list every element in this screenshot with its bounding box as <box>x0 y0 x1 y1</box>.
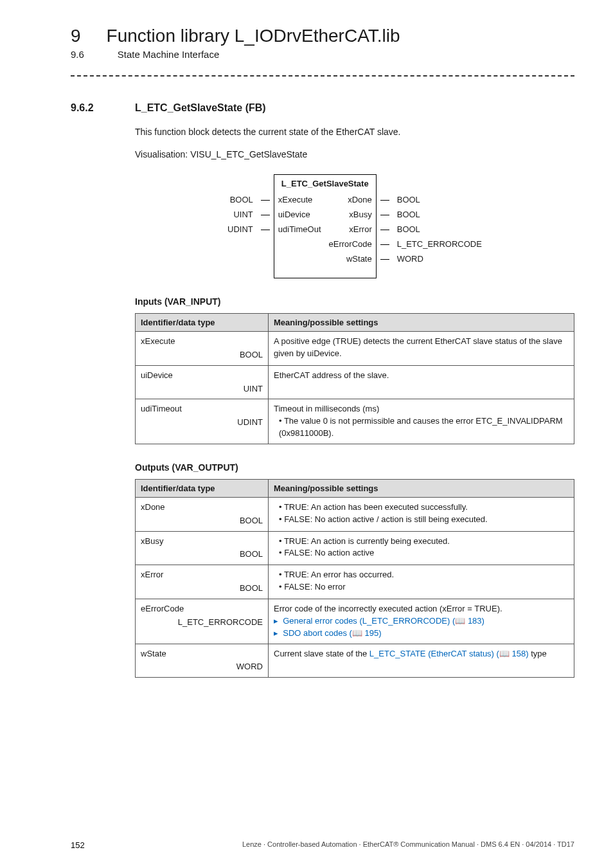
fb-out-type-4: WORD <box>393 251 486 266</box>
out-type-0: BOOL <box>141 515 263 527</box>
fb-out-type-1: BOOL <box>393 207 486 222</box>
book-icon: 158 <box>494 649 529 658</box>
table-row: wState WORD Current slave state of the L… <box>136 644 574 678</box>
fb-out-name-3: eErrorCode <box>325 237 377 251</box>
out-type-1: BOOL <box>141 548 263 561</box>
out-type-3: L_ETC_ERRORCODE <box>141 617 263 629</box>
in-mean-2: Timeout in milliseconds (ms) • The value… <box>269 399 574 444</box>
out-name-3: eErrorCode <box>141 603 263 615</box>
in-mean-1: EtherCAT address of the slave. <box>269 365 574 399</box>
out-type-4: WORD <box>141 661 263 673</box>
in-name-2: udiTimeout <box>141 403 263 415</box>
table-row: xBusy BOOL • TRUE: An action is currentl… <box>136 531 574 565</box>
out-mean-2: • TRUE: An error has occurred. • FALSE: … <box>269 565 574 599</box>
book-icon: 195 <box>347 628 382 638</box>
in-name-1: uiDevice <box>141 370 263 382</box>
fb-out-type-3: L_ETC_ERRORCODE <box>393 237 486 251</box>
fb-out-type-0: BOOL <box>393 192 486 207</box>
th-ident: Identifier/data type <box>136 479 269 497</box>
fb-out-name-2: xError <box>325 222 377 237</box>
fb-out-name-4: wState <box>325 251 377 266</box>
fb-in-name-1: uiDevice <box>274 207 324 222</box>
out-name-0: xDone <box>141 502 263 514</box>
page-footer: 152 Lenze · Controller-based Automation … <box>71 840 574 850</box>
fb-in-name-0: xExecute <box>274 192 324 207</box>
out-name-2: xError <box>141 569 263 581</box>
th-ident: Identifier/data type <box>136 314 269 332</box>
in-type-1: UINT <box>141 383 263 395</box>
out-mean-1: • TRUE: An action is currently being exe… <box>269 531 574 565</box>
book-icon: 183 <box>450 616 484 626</box>
table-row: xError BOOL • TRUE: An error has occurre… <box>136 565 574 599</box>
link-general-error-codes[interactable]: General error codes (L_ETC_ERRORCODE)183 <box>274 616 484 626</box>
out-mean-3: Error code of the incorrectly executed a… <box>269 599 574 644</box>
fb-in-type-0: BOOL <box>224 192 257 207</box>
fb-out-name-1: xBusy <box>325 207 377 222</box>
link-sdo-abort-codes[interactable]: SDO abort codes195 <box>274 628 382 638</box>
subsection-number: 9.6.2 <box>71 102 109 114</box>
subsection-title: L_ETC_GetSlaveState (FB) <box>135 102 266 114</box>
fb-in-type-2: UDINT <box>224 222 257 237</box>
inputs-heading: Inputs (VAR_INPUT) <box>135 296 574 307</box>
fb-in-type-1: UINT <box>224 207 257 222</box>
in-mean-0: A positive edge (TRUE) detects the curre… <box>269 332 574 366</box>
outputs-table: Identifier/data type Meaning/possible se… <box>135 479 574 678</box>
in-type-2: UDINT <box>141 417 263 429</box>
out-type-2: BOOL <box>141 583 263 595</box>
chapter-number: 9 <box>71 26 81 46</box>
subsection-header: 9.6.2 L_ETC_GetSlaveState (FB) <box>71 102 574 114</box>
fb-in-name-2: udiTimeOut <box>274 222 324 237</box>
section-number: 9.6 <box>71 49 84 60</box>
table-header-row: Identifier/data type Meaning/possible se… <box>136 479 574 497</box>
table-row: udiTimeout UDINT Timeout in milliseconds… <box>136 399 574 444</box>
table-row: xExecute BOOL A positive edge (TRUE) det… <box>136 332 574 366</box>
inputs-table: Identifier/data type Meaning/possible se… <box>135 313 574 444</box>
out-name-4: wState <box>141 648 263 660</box>
page-number: 152 <box>71 840 85 850</box>
table-header-row: Identifier/data type Meaning/possible se… <box>136 314 574 332</box>
chapter-title: Function library L_IODrvEtherCAT.lib <box>107 26 400 46</box>
out-name-1: xBusy <box>141 536 263 548</box>
th-mean: Meaning/possible settings <box>269 479 574 497</box>
fb-out-type-2: BOOL <box>393 222 486 237</box>
section-title: State Machine Interface <box>118 49 219 60</box>
footer-line: Lenze · Controller-based Automation · Et… <box>242 840 574 850</box>
function-block-diagram: L_ETC_GetSlaveState BOOL xExecute xDone … <box>135 174 574 278</box>
in-name-0: xExecute <box>141 336 263 348</box>
link-etc-state[interactable]: L_ETC_STATE (EtherCAT status)158 <box>369 649 529 658</box>
in-type-0: BOOL <box>141 349 263 361</box>
th-mean: Meaning/possible settings <box>269 314 574 332</box>
table-row: xDone BOOL • TRUE: An action has been ex… <box>136 497 574 531</box>
out-mean-4: Current slave state of the L_ETC_STATE (… <box>269 644 574 678</box>
fb-out-name-0: xDone <box>325 192 377 207</box>
section-header: 9.6 State Machine Interface <box>71 49 574 60</box>
outputs-heading: Outputs (VAR_OUTPUT) <box>135 462 574 473</box>
intro-paragraph-2: Visualisation: VISU_L_ETC_GetSlaveState <box>135 148 574 161</box>
separator <box>71 75 574 77</box>
chapter-header: 9 Function library L_IODrvEtherCAT.lib <box>71 26 574 46</box>
fb-table: L_ETC_GetSlaveState BOOL xExecute xDone … <box>224 174 486 278</box>
out-mean-0: • TRUE: An action has been executed succ… <box>269 497 574 531</box>
intro-paragraph-1: This function block detects the current … <box>135 125 574 139</box>
table-row: eErrorCode L_ETC_ERRORCODE Error code of… <box>136 599 574 644</box>
table-row: uiDevice UINT EtherCAT address of the sl… <box>136 365 574 399</box>
fb-name: L_ETC_GetSlaveState <box>274 175 376 193</box>
